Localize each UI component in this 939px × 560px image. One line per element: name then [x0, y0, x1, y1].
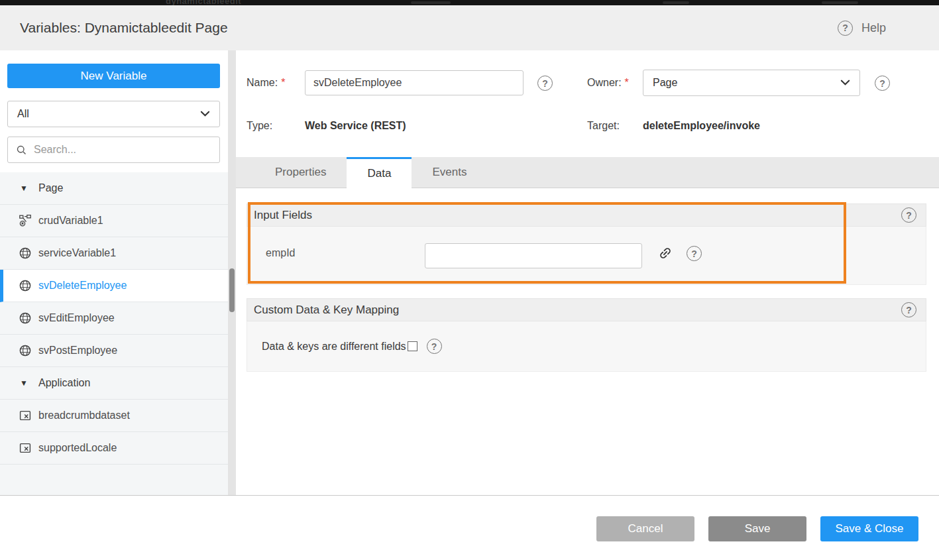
tab-properties[interactable]: Properties: [254, 157, 347, 188]
sidebar-scrollbar-thumb[interactable]: [229, 268, 235, 312]
target-value: deleteEmployee/invoke: [643, 117, 760, 135]
tabbar: Properties Data Events: [236, 157, 939, 188]
caret-down-icon[interactable]: ▼: [20, 378, 29, 388]
required-marker: *: [625, 77, 629, 89]
name-input[interactable]: [305, 70, 524, 95]
different-fields-label: Data & keys are different fields: [262, 341, 406, 353]
web-service-icon: [19, 279, 32, 292]
variable-label: svEditEmployee: [38, 312, 115, 324]
name-help-icon[interactable]: ?: [537, 76, 553, 91]
custom-data-header: Custom Data & Key Mapping ?: [247, 298, 926, 321]
owner-value: Page: [653, 77, 677, 89]
type-label: Type:: [247, 120, 272, 132]
sidebar-item-svdeleteemployee[interactable]: svDeleteEmployee: [0, 270, 228, 302]
search-input[interactable]: [34, 144, 211, 156]
variable-detail-panel: Name: * ? Owner: * Page ? Type: Web Serv…: [236, 50, 939, 495]
variable-label: serviceVariable1: [38, 247, 116, 259]
custom-data-help-icon[interactable]: ?: [901, 302, 916, 317]
new-variable-button[interactable]: New Variable: [7, 64, 220, 88]
sidebar-scrollbar-track[interactable]: [228, 50, 236, 495]
help-label[interactable]: Help: [861, 21, 886, 35]
sidebar-item-supportedlocale[interactable]: supportedLocale: [0, 432, 228, 465]
owner-row: Owner: *: [587, 70, 629, 95]
tab-events[interactable]: Events: [412, 157, 487, 188]
input-fields-body: empId ?: [247, 227, 926, 285]
variables-sidebar: New Variable All ▼ Page: [0, 50, 228, 495]
sidebar-item-breadcrumbdataset[interactable]: breadcrumbdataset: [0, 400, 228, 432]
footer-buttons: Cancel Save Save & Close: [596, 516, 918, 541]
background-fragment: [411, 1, 451, 4]
search-icon: [16, 144, 27, 156]
web-service-icon: [19, 344, 32, 357]
sidebar-item-svpostemployee[interactable]: svPostEmployee: [0, 335, 228, 367]
variable-label: breadcrumbdataset: [38, 410, 130, 421]
dialog-footer: Cancel Save Save & Close: [0, 495, 939, 560]
background-page-strip: dynamictableedit: [0, 0, 939, 5]
input-fields-help-icon[interactable]: ?: [901, 207, 916, 223]
input-fields-header: Input Fields ?: [247, 203, 926, 227]
group-label: Page: [38, 182, 63, 194]
background-fragment: [663, 1, 689, 4]
name-row: Name: *: [247, 70, 285, 95]
owner-label: Owner:: [587, 77, 622, 89]
crud-variable-icon: [19, 214, 32, 227]
variable-filter-value: All: [17, 108, 29, 120]
dataset-variable-icon: [19, 409, 32, 422]
dialog-title: Variables: Dynamictableedit Page: [20, 20, 228, 36]
save-button[interactable]: Save: [708, 516, 806, 541]
empid-help-icon[interactable]: ?: [687, 246, 702, 261]
owner-select[interactable]: Page: [643, 70, 860, 96]
name-label: Name:: [247, 77, 278, 89]
sidebar-item-crudvariable1[interactable]: crudVariable1: [0, 205, 228, 237]
caret-down-icon[interactable]: ▼: [20, 184, 29, 193]
sidebar-group-page[interactable]: ▼ Page: [0, 172, 228, 205]
variable-filter-select[interactable]: All: [7, 101, 220, 127]
background-fragment: [822, 1, 858, 4]
empid-input[interactable]: [425, 243, 642, 268]
tab-data[interactable]: Data: [347, 157, 412, 188]
variable-label: svPostEmployee: [38, 345, 117, 357]
type-row: Type:: [247, 117, 272, 135]
cancel-button[interactable]: Cancel: [596, 516, 694, 541]
chevron-down-icon: [840, 80, 850, 86]
variable-label: svDeleteEmployee: [38, 280, 127, 292]
help-button[interactable]: ? Help: [838, 21, 886, 36]
sidebar-group-application[interactable]: ▼ Application: [0, 367, 228, 400]
input-fields-title: Input Fields: [254, 209, 312, 222]
variable-label: supportedLocale: [38, 442, 117, 454]
web-service-icon: [19, 247, 32, 260]
target-row: Target:: [587, 117, 620, 135]
owner-help-icon[interactable]: ?: [875, 76, 890, 91]
group-label: Application: [38, 377, 90, 389]
field-label-empid: empId: [266, 247, 295, 259]
type-value: Web Service (REST): [305, 117, 406, 135]
chevron-down-icon: [200, 111, 210, 117]
custom-data-title: Custom Data & Key Mapping: [254, 304, 399, 317]
help-circle-icon[interactable]: ?: [838, 21, 853, 36]
sidebar-item-sveditemployee[interactable]: svEditEmployee: [0, 302, 228, 335]
dialog-header: Variables: Dynamictableedit Page ? Help: [0, 5, 939, 50]
different-fields-checkbox[interactable]: [408, 341, 417, 351]
background-page-title-fragment: dynamictableedit: [166, 0, 241, 5]
required-marker: *: [281, 77, 285, 89]
web-service-icon: [19, 311, 32, 325]
bind-link-icon[interactable]: [658, 246, 673, 260]
custom-data-body: Data & keys are different fields ?: [247, 321, 926, 372]
sidebar-item-servicevariable1[interactable]: serviceVariable1: [0, 237, 228, 270]
save-and-close-button[interactable]: Save & Close: [820, 516, 918, 541]
target-label: Target:: [587, 120, 620, 132]
variable-search[interactable]: [7, 137, 220, 163]
variables-dialog: dynamictableedit Variables: Dynamictable…: [0, 0, 939, 560]
input-field-row: empId ?: [247, 227, 926, 284]
dataset-variable-icon: [19, 441, 32, 455]
input-fields-section: Input Fields ? empId ?: [247, 203, 926, 285]
different-fields-help-icon[interactable]: ?: [427, 339, 442, 354]
custom-data-section: Custom Data & Key Mapping ? Data & keys …: [247, 298, 926, 372]
variable-list: ▼ Page crudVariable1: [0, 172, 228, 495]
variable-label: crudVariable1: [38, 215, 103, 227]
